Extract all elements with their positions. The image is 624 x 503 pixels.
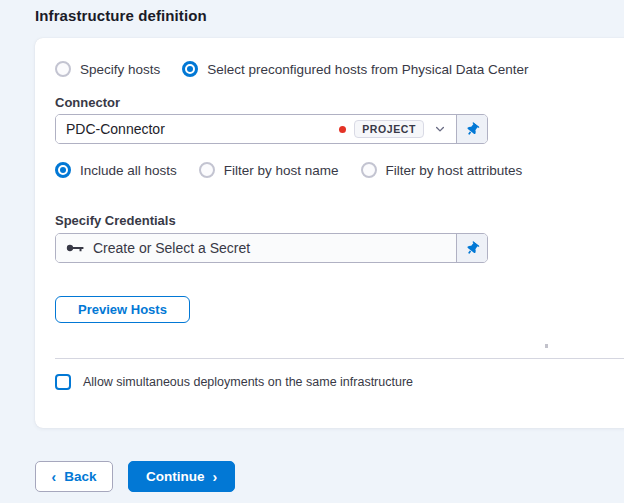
secret-select: Create or Select a Secret: [55, 233, 488, 263]
continue-button-label: Continue: [146, 469, 205, 484]
checkbox-label: Allow simultaneous deployments on the sa…: [83, 375, 413, 389]
preview-hosts-button[interactable]: Preview Hosts: [55, 296, 190, 323]
stray-mark: [545, 344, 548, 348]
infrastructure-definition-card: Specify hosts Select preconfigured hosts…: [35, 38, 624, 428]
radio-icon[interactable]: [55, 162, 71, 178]
checkbox-icon[interactable]: [55, 374, 71, 390]
radio-specify-hosts[interactable]: Specify hosts: [55, 61, 160, 77]
connector-pin-button[interactable]: [456, 115, 487, 143]
radio-label: Filter by host name: [224, 163, 339, 178]
pushpin-icon: [463, 239, 481, 257]
connector-value: PDC-Connector: [66, 121, 331, 137]
page-title: Infrastructure definition: [35, 7, 207, 24]
specify-credentials-label: Specify Credentials: [55, 213, 176, 228]
radio-label: Specify hosts: [80, 62, 160, 77]
radio-icon[interactable]: [199, 162, 215, 178]
radio-label: Select preconfigured hosts from Physical…: [207, 62, 528, 77]
simultaneous-deployments-option[interactable]: Allow simultaneous deployments on the sa…: [55, 374, 413, 390]
chevron-down-icon[interactable]: [432, 123, 448, 135]
radio-filter-by-host-attributes[interactable]: Filter by host attributes: [361, 162, 523, 178]
radio-filter-by-host-name[interactable]: Filter by host name: [199, 162, 339, 178]
radio-include-all-hosts[interactable]: Include all hosts: [55, 162, 177, 178]
scope-badge: PROJECT: [354, 120, 424, 139]
connector-label: Connector: [55, 95, 120, 110]
radio-icon[interactable]: [55, 61, 71, 77]
divider: [55, 358, 624, 359]
chevron-right-icon: ›: [212, 470, 217, 484]
radio-select-preconfigured-hosts[interactable]: Select preconfigured hosts from Physical…: [182, 61, 528, 77]
continue-button[interactable]: Continue ›: [128, 461, 235, 492]
connector-select: PDC-Connector PROJECT: [55, 114, 488, 144]
secret-placeholder: Create or Select a Secret: [93, 240, 448, 256]
back-button[interactable]: ‹ Back: [35, 461, 113, 492]
radio-icon[interactable]: [182, 61, 198, 77]
radio-icon[interactable]: [361, 162, 377, 178]
host-mode-radio-group: Specify hosts Select preconfigured hosts…: [55, 61, 528, 77]
secret-pin-button[interactable]: [456, 234, 487, 262]
connector-value-area[interactable]: PDC-Connector PROJECT: [56, 115, 456, 143]
radio-label: Filter by host attributes: [386, 163, 523, 178]
radio-label: Include all hosts: [80, 163, 177, 178]
key-icon: [66, 241, 85, 255]
chevron-left-icon: ‹: [52, 470, 57, 484]
required-error-dot: [339, 126, 346, 133]
secret-value-area[interactable]: Create or Select a Secret: [56, 234, 456, 262]
pushpin-icon: [463, 120, 481, 138]
host-filter-radio-group: Include all hosts Filter by host name Fi…: [55, 162, 522, 178]
back-button-label: Back: [64, 469, 96, 484]
